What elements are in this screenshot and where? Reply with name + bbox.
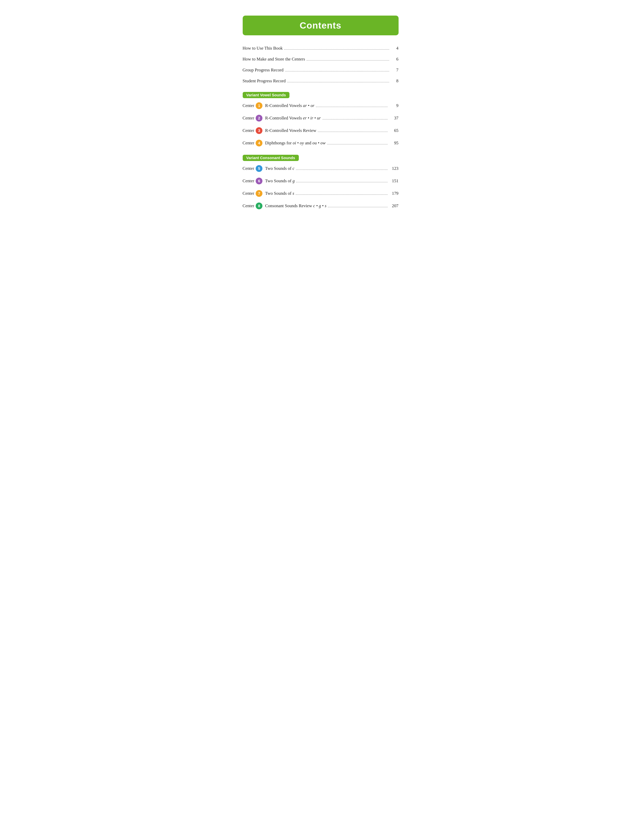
center-word-7: Center bbox=[243, 191, 254, 196]
center-word-3: Center bbox=[243, 128, 254, 133]
center-2-label: Center 2 R-Controlled Vowels er • ir • u… bbox=[243, 115, 321, 122]
section-consonant: Variant Consonant Sounds Center 5 Two So… bbox=[243, 152, 399, 209]
center-1-desc: R-Controlled Vowels ar • or bbox=[265, 103, 314, 108]
center-badge-3: 3 bbox=[256, 127, 263, 134]
center-8-page: 207 bbox=[389, 203, 399, 209]
center-6-page: 151 bbox=[389, 178, 399, 183]
center-4-desc: Diphthongs for oi • oy and ou • ow bbox=[265, 140, 325, 146]
dots-2 bbox=[307, 60, 389, 61]
center-word-5: Center bbox=[243, 166, 254, 171]
center-3-dots bbox=[318, 132, 387, 132]
page-num-1: 4 bbox=[391, 46, 399, 51]
center-1-dots bbox=[316, 107, 387, 107]
center-7-entry: Center 7 Two Sounds of s 179 bbox=[243, 190, 399, 197]
center-badge-7: 7 bbox=[256, 190, 263, 197]
toc-text-2: How to Make and Store the Centers bbox=[243, 56, 305, 62]
section-consonant-label: Variant Consonant Sounds bbox=[243, 155, 299, 161]
toc-text-1: How to Use This Book bbox=[243, 46, 283, 51]
center-7-desc: Two Sounds of s bbox=[265, 191, 294, 196]
center-word-6: Center bbox=[243, 178, 254, 183]
dots-4 bbox=[287, 82, 389, 82]
center-badge-6: 6 bbox=[256, 178, 263, 185]
center-2-page: 37 bbox=[389, 116, 399, 121]
page-num-3: 7 bbox=[391, 67, 399, 73]
toc-entry-4: Student Progress Record 8 bbox=[243, 79, 399, 84]
toc-entry-3: Group Progress Record 7 bbox=[243, 67, 399, 73]
center-5-desc: Two Sounds of c bbox=[265, 166, 295, 171]
center-2-entry: Center 2 R-Controlled Vowels er • ir • u… bbox=[243, 115, 399, 122]
page: Contents How to Use This Book 4 How to M… bbox=[243, 16, 399, 215]
dots-1 bbox=[284, 49, 389, 50]
center-word-8: Center bbox=[243, 203, 254, 209]
center-1-entry: Center 1 R-Controlled Vowels ar • or 9 bbox=[243, 102, 399, 109]
center-4-page: 95 bbox=[389, 140, 399, 146]
section-vowel-label-wrapper: Variant Vowel Sounds bbox=[243, 89, 399, 102]
center-badge-4: 4 bbox=[256, 140, 263, 146]
center-badge-2: 2 bbox=[256, 115, 263, 122]
center-word-2: Center bbox=[243, 116, 254, 121]
toc-text-4: Student Progress Record bbox=[243, 79, 286, 84]
center-6-entry: Center 6 Two Sounds of g 151 bbox=[243, 178, 399, 185]
page-title: Contents bbox=[243, 20, 399, 31]
toc-entry-1: How to Use This Book 4 bbox=[243, 46, 399, 51]
center-5-page: 123 bbox=[389, 166, 399, 171]
center-8-entry: Center 8 Consonant Sounds Review c • g •… bbox=[243, 202, 399, 209]
center-8-desc: Consonant Sounds Review c • g • s bbox=[265, 203, 326, 209]
center-5-entry: Center 5 Two Sounds of c 123 bbox=[243, 165, 399, 172]
center-badge-5: 5 bbox=[256, 165, 263, 172]
center-3-entry: Center 3 R-Controlled Vowels Review 65 bbox=[243, 127, 399, 134]
center-2-desc: R-Controlled Vowels er • ir • ur bbox=[265, 116, 320, 121]
section-consonant-label-wrapper: Variant Consonant Sounds bbox=[243, 152, 399, 165]
section-vowel: Variant Vowel Sounds Center 1 R-Controll… bbox=[243, 89, 399, 146]
center-6-dots bbox=[296, 182, 387, 182]
section-vowel-label: Variant Vowel Sounds bbox=[243, 92, 290, 98]
center-4-entry: Center 4 Diphthongs for oi • oy and ou •… bbox=[243, 140, 399, 146]
center-word-4: Center bbox=[243, 140, 254, 146]
center-1-label: Center 1 R-Controlled Vowels ar • or bbox=[243, 102, 315, 109]
center-4-label: Center 4 Diphthongs for oi • oy and ou •… bbox=[243, 140, 325, 146]
center-6-desc: Two Sounds of g bbox=[265, 178, 295, 183]
center-7-page: 179 bbox=[389, 191, 399, 196]
toc-entry-2: How to Make and Store the Centers 6 bbox=[243, 56, 399, 62]
center-7-label: Center 7 Two Sounds of s bbox=[243, 190, 295, 197]
center-1-page: 9 bbox=[389, 103, 399, 108]
center-3-page: 65 bbox=[389, 128, 399, 133]
intro-toc: How to Use This Book 4 How to Make and S… bbox=[243, 46, 399, 84]
center-badge-1: 1 bbox=[256, 102, 263, 109]
center-3-desc: R-Controlled Vowels Review bbox=[265, 128, 316, 133]
page-num-4: 8 bbox=[391, 79, 399, 84]
center-8-label: Center 8 Consonant Sounds Review c • g •… bbox=[243, 202, 327, 209]
center-6-label: Center 6 Two Sounds of g bbox=[243, 178, 295, 185]
contents-header: Contents bbox=[243, 16, 399, 35]
center-3-label: Center 3 R-Controlled Vowels Review bbox=[243, 127, 316, 134]
center-word-1: Center bbox=[243, 103, 254, 108]
center-5-label: Center 5 Two Sounds of c bbox=[243, 165, 295, 172]
page-num-2: 6 bbox=[391, 56, 399, 62]
toc-text-3: Group Progress Record bbox=[243, 67, 284, 73]
center-badge-8: 8 bbox=[256, 202, 263, 209]
center-4-dots bbox=[327, 144, 388, 145]
center-7-dots bbox=[296, 194, 387, 195]
